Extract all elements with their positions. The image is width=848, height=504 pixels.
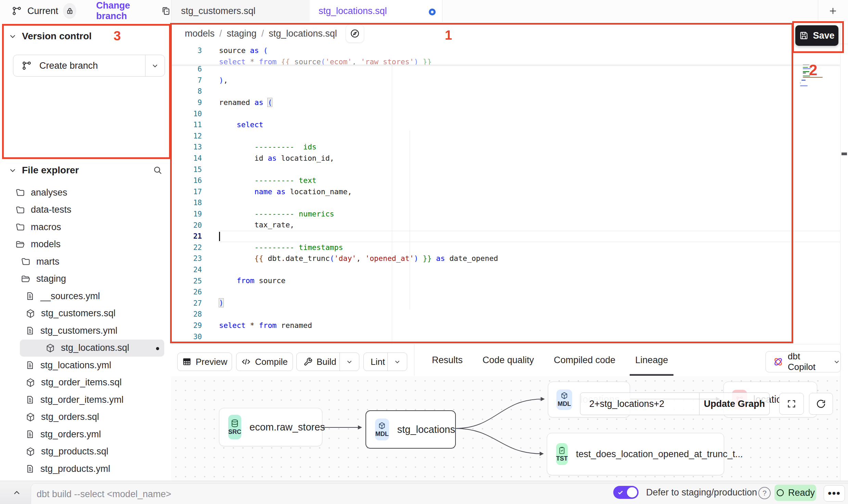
tab-code-quality[interactable]: Code quality [483, 344, 534, 376]
code-line-8[interactable]: 8 [171, 86, 840, 97]
fullscreen-button[interactable] [779, 393, 804, 415]
help-icon[interactable]: ? [758, 487, 771, 499]
code-line-27[interactable]: 27) [171, 297, 840, 309]
file-tree-item-stg-customers-sql[interactable]: stg_customers.sql [0, 305, 171, 322]
file-tree-item-models[interactable]: models [0, 236, 171, 253]
build-button[interactable]: Build [296, 353, 359, 371]
save-button[interactable]: Save [795, 25, 838, 46]
code-line-clipped[interactable]: select * from {{ source('ecom', 'raw_sto… [171, 56, 840, 65]
file-tree-item-stg-products-sql[interactable]: stg_products.sql [0, 443, 171, 461]
file-tree-item-stg-locations-sql[interactable]: stg_locations.sql [20, 340, 164, 357]
breadcrumb-models[interactable]: models [185, 28, 215, 39]
build-dropdown[interactable] [339, 353, 359, 371]
tab-results[interactable]: Results [432, 344, 463, 376]
version-control-header[interactable]: Version control [8, 31, 92, 42]
code-line-24[interactable]: 24 [171, 264, 840, 276]
code-line-26[interactable]: 26 [171, 287, 840, 298]
lineage-node-stg-locations[interactable]: MDL stg_locations [365, 410, 456, 449]
minimap-line [800, 82, 800, 83]
create-branch-main[interactable]: Create branch [13, 55, 145, 76]
selector-input[interactable]: 2+stg_locations+2 [589, 399, 699, 409]
create-branch-dropdown[interactable] [145, 55, 165, 76]
update-graph-button[interactable]: Update Graph [699, 393, 769, 415]
code-line-6[interactable]: 6 [171, 64, 840, 75]
node-label: stg_locations [397, 424, 455, 435]
code-line-19[interactable]: 19 --------- numerics [171, 209, 840, 220]
file-tree-item-data-tests[interactable]: data-tests [0, 201, 171, 219]
left-sidebar: Version control Create branch File explo… [0, 22, 171, 481]
create-branch-button[interactable]: Create branch [13, 55, 165, 77]
change-branch-link[interactable]: Change branch [96, 0, 153, 22]
lineage-canvas[interactable]: MDL locations locations SRC ecom.raw_sto… [171, 376, 840, 481]
file-tree-item-staging[interactable]: staging [0, 270, 171, 288]
code-editor[interactable]: 3source as (select * from {{ source('eco… [171, 45, 840, 344]
lint-button[interactable]: Lint [363, 353, 407, 371]
tab-stg-locations[interactable]: stg_locations.sql [310, 0, 442, 22]
line-content: {{ dbt.date_trunc('day', 'opened_at') }}… [219, 253, 498, 264]
editor-right-rail [840, 22, 848, 481]
search-icon[interactable] [153, 165, 163, 175]
line-number: 18 [171, 199, 219, 207]
code-line-18[interactable]: 18 [171, 197, 840, 209]
file-tree-item-stg-locations-yml[interactable]: stg_locations.yml [0, 357, 171, 374]
preview-button[interactable]: Preview [177, 353, 232, 371]
tab-compiled-code[interactable]: Compiled code [554, 344, 615, 376]
code-line-3[interactable]: 3source as ( [171, 45, 840, 56]
code-line-25[interactable]: 25 from source [171, 275, 840, 287]
lineage-node-test[interactable]: TST test_does_location_opened_at_trunc_t… [547, 433, 724, 475]
compile-button[interactable]: Compile [236, 353, 293, 371]
scrollbar-thumb[interactable] [841, 152, 847, 155]
toggle-knob [627, 487, 637, 498]
collapse-panel-button[interactable] [9, 486, 25, 500]
tab-stg-customers[interactable]: stg_customers.sql [171, 0, 310, 22]
code-line-14[interactable]: 14 id as location_id, [171, 153, 840, 164]
floppy-disk-icon [799, 31, 809, 40]
code-line-21[interactable]: 21 [171, 231, 840, 242]
more-options-button[interactable]: ••• [824, 485, 845, 502]
code-line-15[interactable]: 15 [171, 164, 840, 175]
copy-icon[interactable] [161, 6, 171, 16]
code-line-28[interactable]: 28 [171, 309, 840, 320]
code-line-7[interactable]: 7), [171, 75, 840, 86]
code-line-17[interactable]: 17 name as location_name, [171, 186, 840, 198]
file-tree-item-stg-order-items-yml[interactable]: stg_order_items.yml [0, 391, 171, 409]
lineage-selector[interactable]: 2+stg_locations+2 Update Graph [580, 393, 770, 415]
refresh-button[interactable] [809, 393, 833, 415]
code-line-30[interactable]: 30 [171, 331, 840, 342]
dbt-copilot-button[interactable]: dbt Copilot [766, 351, 841, 372]
code-line-16[interactable]: 16 --------- text [171, 175, 840, 186]
code-line-9[interactable]: 9renamed as ( [171, 97, 840, 108]
defer-toggle[interactable] [613, 486, 639, 499]
code-line-22[interactable]: 22 --------- timestamps [171, 242, 840, 253]
code-line-12[interactable]: 12 [171, 131, 840, 142]
code-line-10[interactable]: 10 [171, 108, 840, 119]
breadcrumb-file[interactable]: stg_locations.sql [269, 28, 337, 39]
file-tree-item-stg-order-items-sql[interactable]: stg_order_items.sql [0, 374, 171, 392]
file-explorer-header[interactable]: File explorer [8, 165, 163, 176]
file-tree-item-stg-products-yml[interactable]: stg_products.yml [0, 460, 171, 478]
file-name: stg_order_items.yml [40, 395, 124, 405]
tab-lineage[interactable]: Lineage [635, 344, 668, 376]
code-line-23[interactable]: 23 {{ dbt.date_trunc('day', 'opened_at')… [171, 253, 840, 264]
line-number: 24 [171, 266, 219, 274]
file-tree-item-stg-orders-sql[interactable]: stg_orders.sql [0, 409, 171, 426]
breadcrumb-staging[interactable]: staging [227, 28, 257, 39]
code-line-13[interactable]: 13 --------- ids [171, 142, 840, 153]
code-line-20[interactable]: 20 tax_rate, [171, 220, 840, 231]
lint-label: Lint [371, 357, 387, 367]
lint-dropdown[interactable] [387, 353, 407, 371]
code-line-11[interactable]: 11 select [171, 119, 840, 131]
code-line-29[interactable]: 29select * from renamed [171, 320, 840, 331]
file-name: stg_customers.sql [41, 308, 116, 319]
file-tree-item-macros[interactable]: macros [0, 218, 171, 236]
file-tree-item-stg-customers-yml[interactable]: stg_customers.yml [0, 322, 171, 340]
copilot-compass-button[interactable] [346, 25, 364, 42]
line-number: 9 [171, 98, 219, 107]
lineage-node-raw-stores[interactable]: SRC ecom.raw_stores [219, 408, 322, 446]
file-tree-item--sources-yml[interactable]: __sources.yml [0, 288, 171, 305]
file-tree-item-analyses[interactable]: analyses [0, 184, 171, 201]
new-tab-button[interactable] [824, 3, 842, 18]
line-number: 16 [171, 176, 219, 185]
file-tree-item-stg-orders-yml[interactable]: stg_orders.yml [0, 426, 171, 443]
file-tree-item-marts[interactable]: marts [0, 253, 171, 270]
